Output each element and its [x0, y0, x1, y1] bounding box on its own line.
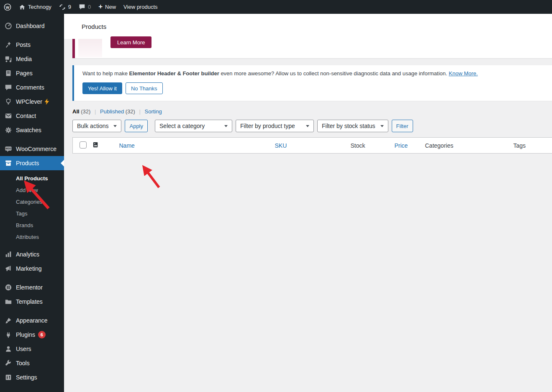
- sidebar-item-analytics[interactable]: Analytics: [0, 247, 64, 261]
- products-submenu: All ProductsAdd NewCategoriesTagsBrandsA…: [0, 170, 64, 247]
- submenu-item-tags[interactable]: Tags: [0, 208, 64, 220]
- no-thanks-button[interactable]: No Thanks: [126, 82, 163, 94]
- sidebar-item-settings[interactable]: Settings: [0, 370, 64, 384]
- select-all-checkbox[interactable]: [80, 141, 87, 149]
- sidebar-item-label: WPClever: [16, 98, 42, 105]
- envelope-icon: [4, 112, 13, 120]
- filter-toolbar: Bulk actions Apply Select a category Fil…: [72, 120, 552, 132]
- sidebar-item-tools[interactable]: Tools: [0, 356, 64, 370]
- column-header-tags: Tags: [508, 138, 552, 154]
- sidebar-item-label: Comments: [16, 84, 44, 91]
- sidebar-item-wpclever[interactable]: WPClever: [0, 95, 64, 109]
- filter-button[interactable]: Filter: [392, 120, 413, 132]
- sidebar-item-label: Swatches: [16, 127, 41, 133]
- sidebar-item-label: Templates: [16, 298, 43, 305]
- chevron-down-icon: [380, 125, 384, 127]
- learn-more-button[interactable]: Learn More: [110, 36, 151, 48]
- user-icon: [4, 345, 13, 353]
- wrench-icon: [4, 359, 13, 367]
- sidebar-item-appearance[interactable]: Appearance: [0, 313, 64, 328]
- stock-status-filter-select[interactable]: Filter by stock status: [317, 120, 388, 132]
- admin-sidebar: DashboardPostsMediaPagesCommentsWPClever…: [0, 14, 64, 392]
- column-header-price[interactable]: Price: [390, 138, 420, 154]
- view-published-link[interactable]: Published (32): [100, 108, 135, 115]
- analytics-icon: [4, 250, 13, 259]
- plugins-update-badge: 6: [38, 331, 46, 338]
- product-type-filter-select[interactable]: Filter by product type: [236, 120, 314, 132]
- column-header-categories: Categories: [420, 138, 508, 154]
- page-title: Products: [82, 23, 106, 30]
- plug-icon: [4, 331, 13, 339]
- submenu-item-attributes[interactable]: Attributes: [0, 231, 64, 243]
- chevron-down-icon: [113, 125, 117, 127]
- sidebar-item-label: Posts: [16, 41, 31, 48]
- promo-image: [78, 39, 102, 57]
- sidebar-item-posts[interactable]: Posts: [0, 38, 64, 52]
- elementor-icon: [4, 283, 13, 292]
- sidebar-item-label: WooCommerce: [16, 146, 56, 152]
- comment-icon: [4, 83, 13, 92]
- sidebar-item-media[interactable]: Media: [0, 52, 64, 66]
- sidebar-item-label: Contact: [16, 113, 36, 119]
- site-name-link[interactable]: Technogy: [15, 0, 55, 14]
- allow-button[interactable]: Yes! Allow it: [82, 82, 122, 94]
- view-products-link[interactable]: View products: [120, 0, 161, 14]
- know-more-link[interactable]: Know More.: [449, 70, 478, 77]
- svg-text:WOO: WOO: [5, 147, 11, 150]
- sliders-icon: [4, 373, 13, 382]
- sidebar-item-label: Analytics: [16, 251, 39, 258]
- pages-icon: [4, 69, 13, 77]
- submenu-item-all-products[interactable]: All Products: [0, 173, 64, 184]
- view-sorting-link[interactable]: Sorting: [145, 108, 162, 115]
- image-column-icon: [93, 142, 99, 148]
- updates-count: 9: [68, 4, 71, 10]
- sidebar-item-users[interactable]: Users: [0, 342, 64, 356]
- list-views: All (32) | Published (32) | Sorting: [72, 108, 552, 115]
- updates-indicator[interactable]: 9: [55, 0, 75, 14]
- sidebar-item-woocommerce[interactable]: WOOWooCommerce: [0, 142, 64, 156]
- lightbulb-icon: [4, 97, 13, 106]
- column-header-stock: Stock: [347, 138, 390, 154]
- submenu-item-categories[interactable]: Categories: [0, 196, 64, 208]
- column-header-sku[interactable]: SKU: [271, 138, 347, 154]
- paintbrush-icon: [4, 316, 13, 325]
- sidebar-item-label: Media: [16, 56, 32, 62]
- comments-indicator[interactable]: 0: [75, 0, 95, 14]
- chevron-down-icon: [306, 125, 309, 127]
- submenu-item-add-new[interactable]: Add New: [0, 184, 64, 196]
- sidebar-item-contact[interactable]: Contact: [0, 109, 64, 123]
- dashboard-icon: [4, 22, 13, 30]
- sidebar-item-marketing[interactable]: Marketing: [0, 261, 64, 276]
- sidebar-item-swatches[interactable]: Swatches: [0, 123, 64, 137]
- table-header-row: Name SKU Stock Price Categories Tags: [73, 138, 552, 154]
- category-filter-select[interactable]: Select a category: [155, 120, 232, 132]
- update-icon: [59, 4, 66, 10]
- view-all-link[interactable]: All (32): [72, 108, 90, 115]
- bulk-actions-select[interactable]: Bulk actions: [72, 120, 121, 132]
- wordpress-logo-icon[interactable]: W: [0, 0, 15, 14]
- sidebar-item-products[interactable]: Products: [0, 156, 64, 170]
- sidebar-item-templates[interactable]: Templates: [0, 295, 64, 309]
- sidebar-item-pages[interactable]: Pages: [0, 66, 64, 80]
- column-header-name[interactable]: Name: [115, 138, 271, 154]
- elementor-notice: Want to help make Elementor Header & Foo…: [72, 65, 552, 101]
- page-header: Products: [64, 14, 552, 39]
- sidebar-item-label: Pages: [16, 70, 33, 77]
- sidebar-item-elementor[interactable]: Elementor: [0, 280, 64, 295]
- home-icon: [19, 4, 26, 10]
- sidebar-item-label: Marketing: [16, 265, 41, 272]
- media-icon: [4, 55, 13, 63]
- svg-text:W: W: [6, 5, 10, 9]
- apply-button[interactable]: Apply: [125, 120, 148, 132]
- sidebar-item-plugins[interactable]: Plugins6: [0, 328, 64, 342]
- comments-count: 0: [88, 4, 91, 10]
- submenu-item-brands[interactable]: Brands: [0, 220, 64, 231]
- comment-bubble-icon: [79, 4, 85, 10]
- sidebar-item-comments[interactable]: Comments: [0, 80, 64, 95]
- sidebar-item-dashboard[interactable]: Dashboard: [0, 19, 64, 33]
- sidebar-item-label: Settings: [16, 374, 37, 381]
- new-content-button[interactable]: + New: [95, 0, 120, 14]
- megaphone-icon: [4, 264, 13, 273]
- admin-bar: W Technogy 9 0 + New View products: [0, 0, 552, 14]
- lightning-bolt-icon: [44, 99, 49, 105]
